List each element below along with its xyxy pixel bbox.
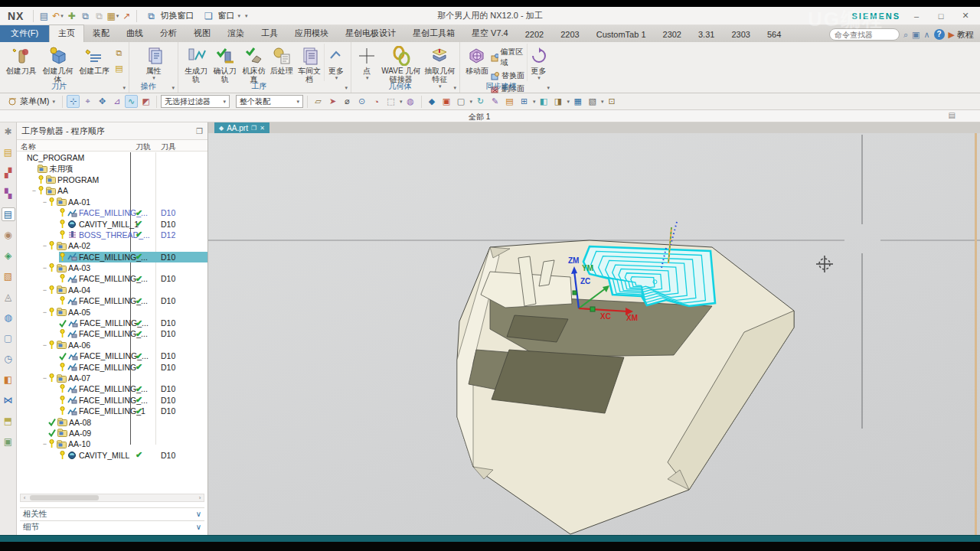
machine-simulation-button[interactable]: 机床仿真 (240, 44, 269, 83)
collapse-icon[interactable]: − (41, 198, 48, 206)
ribbon-tab-5[interactable]: 视图 (185, 25, 219, 42)
rect-select-icon[interactable]: ⬚ (384, 95, 397, 108)
tree-row-aa-06[interactable]: −AA-06 (17, 340, 207, 350)
point-dropdown-icon[interactable]: ▾ (366, 75, 369, 81)
datum-plane-icon[interactable]: ▱ (312, 95, 325, 108)
properties-dropdown-icon[interactable]: ▾ (152, 75, 155, 81)
select-highlight-icon[interactable]: ⊹ (67, 95, 80, 108)
tree-row-facemilling[interactable]: FACE_MILLING_...✔D10 (17, 328, 207, 339)
maximize-button[interactable]: □ (933, 11, 949, 21)
snap-curve-icon[interactable]: ∿ (125, 95, 138, 108)
wave-link-button[interactable]: WAVE 几何链接器 (379, 44, 423, 83)
tree-row-aa-10[interactable]: −AA-10 (17, 439, 207, 449)
ribbon-tab-8[interactable]: 应用模块 (286, 25, 337, 42)
postprocess-button[interactable]: 后处理 (268, 44, 295, 75)
window-zoom-icon[interactable]: ▣ (440, 95, 453, 108)
history-icon[interactable]: ◷ (2, 352, 15, 366)
tree-row-aa-01[interactable]: −AA-01 (17, 197, 207, 207)
tree-row-aa-09[interactable]: AA-09 (17, 428, 207, 439)
dependencies-panel[interactable]: 相关性∨ (20, 507, 204, 520)
ribbon-tab-2[interactable]: 装配 (84, 25, 118, 42)
arc-center-icon[interactable]: ◔ (370, 95, 383, 108)
help-icon[interactable]: ? (934, 29, 945, 40)
plane-grid-icon[interactable]: ⊡ (606, 95, 619, 108)
group-dialog-icon[interactable]: ▾ (453, 85, 456, 91)
ribbon-tab-3[interactable]: 曲线 (118, 25, 152, 42)
tree-row-cavitymill1[interactable]: CAVITY_MILL_1✔D10 (17, 218, 207, 229)
move-object-icon[interactable]: ➤ (326, 95, 339, 108)
collapse-ribbon-icon[interactable]: ∧ (923, 30, 929, 40)
more-dropdown-icon[interactable]: ▾ (335, 75, 338, 81)
scroll-left-icon[interactable]: ‹ (21, 494, 28, 501)
select-component-icon[interactable]: ⊿ (110, 95, 123, 108)
paste-icon[interactable]: ⧉ (92, 9, 106, 23)
system-scenes-icon[interactable]: ▣ (2, 435, 15, 448)
tree-row-facemilling[interactable]: FACE_MILLING_...✔D10 (17, 318, 207, 328)
graphics-window[interactable]: ZM YM ZC XC XM (208, 133, 980, 535)
ribbon-tab-14[interactable]: CustomTab 1 (588, 28, 655, 42)
ribbon-tab-9[interactable]: 星创电极设计 (337, 25, 404, 42)
save-icon[interactable]: ▤ (37, 9, 51, 23)
copy-icon[interactable]: ⧉ (78, 9, 92, 23)
horizontal-scrollbar[interactable]: ‹ › (20, 494, 204, 502)
view-group-label[interactable]: 全部 1 (469, 112, 490, 122)
object-display-icon[interactable]: ◨ (552, 95, 565, 108)
navigator-column-headers[interactable]: 名称 刀轨 刀具 (17, 140, 207, 152)
collapse-icon[interactable]: − (41, 341, 48, 349)
close-button[interactable]: ✕ (957, 11, 974, 21)
collapse-icon[interactable]: − (31, 187, 38, 194)
collapse-icon[interactable]: − (41, 440, 48, 448)
properties-button[interactable]: 属性 ▾ (132, 44, 175, 81)
ribbon-tab-6[interactable]: 渲染 (219, 25, 253, 42)
dropdown-icon[interactable]: ▾ (533, 99, 536, 105)
ribbon-tab-file[interactable]: 文件(F) (0, 25, 49, 42)
close-tab-icon[interactable]: ✕ (260, 125, 265, 132)
tree-row-facemilling[interactable]: FACE_MILLING_...✔D10 (17, 350, 207, 361)
switch-window-button[interactable]: ⧉切换窗口 (140, 8, 198, 24)
new-file-icon[interactable]: ▢ (2, 331, 15, 345)
group-dialog-icon[interactable]: ▾ (345, 85, 348, 91)
tree-row-facemilling[interactable]: FACE_MILLING_...✔D10 (17, 295, 207, 306)
collapse-icon[interactable]: − (41, 242, 48, 249)
operation-navigator-icon[interactable]: ▤ (2, 207, 15, 221)
search-icon[interactable]: ⌕ (903, 30, 908, 40)
ribbon-tab-18[interactable]: 564 (759, 28, 789, 42)
tree-row-aa-03[interactable]: −AA-03 (17, 262, 207, 273)
fit-view-icon[interactable]: ▢ (455, 95, 468, 108)
verify-toolpath-button[interactable]: 确认刀轨 (211, 44, 240, 83)
ribbon-tab-7[interactable]: 工具 (253, 25, 286, 42)
render-style-icon[interactable]: ◧ (537, 95, 550, 108)
undock-icon[interactable]: ❐ (196, 127, 203, 135)
ribbon-tab-1[interactable]: 主页 (49, 24, 84, 42)
attach-icon[interactable]: ✚ (64, 9, 78, 23)
shaded-view-icon[interactable]: ◍ (404, 95, 417, 108)
dropdown-icon[interactable]: ▾ (400, 99, 403, 105)
solid-view-icon[interactable]: ◆ (426, 95, 439, 108)
window-button[interactable]: ❏窗口▾ (198, 8, 244, 24)
workflow-more-button[interactable]: 更多 ▾ (324, 44, 348, 81)
snap-face-icon[interactable]: ◩ (139, 95, 152, 108)
tutorial-button[interactable]: ▶教程 (949, 29, 974, 41)
tree-row-aa-05[interactable]: −AA-05 (17, 306, 207, 317)
ribbon-tab-11[interactable]: 星空 V7.4 (463, 25, 517, 42)
tree-row-program[interactable]: PROGRAM (17, 174, 207, 185)
tree-row-bossthread[interactable]: BOSS_THREAD_...✔D12 (17, 230, 207, 240)
tree-row-facemilling[interactable]: FACE_MILLING_...✔D10 (17, 383, 207, 394)
scrollbar-thumb[interactable] (30, 495, 99, 500)
select-group-icon[interactable]: ⌖ (81, 95, 94, 108)
collapse-icon[interactable]: − (41, 374, 48, 382)
ribbon-tab-16[interactable]: 3.31 (690, 28, 723, 42)
reuse-library-icon[interactable]: ◈ (2, 249, 15, 262)
brush-icon[interactable]: ✎ (488, 95, 501, 108)
circle-snap-icon[interactable]: ⊙ (355, 95, 368, 108)
group-dialog-icon[interactable]: ▾ (172, 85, 175, 91)
tree-row-aa[interactable]: −AA (17, 185, 207, 196)
quick-access-icon[interactable]: ◬ (2, 290, 15, 304)
collapse-icon[interactable]: − (41, 264, 48, 272)
roles-icon[interactable]: ⬒ (2, 414, 15, 428)
tree-row-facemilling[interactable]: FACE_MILLING_...✔D10 (17, 395, 207, 406)
collapse-icon[interactable]: − (41, 308, 48, 316)
tree-row-facemilling[interactable]: FACE_MILLING_...✔D10 (17, 207, 207, 218)
tree-row-[interactable]: 未用项 (17, 163, 207, 174)
collapse-icon[interactable]: − (41, 286, 48, 294)
